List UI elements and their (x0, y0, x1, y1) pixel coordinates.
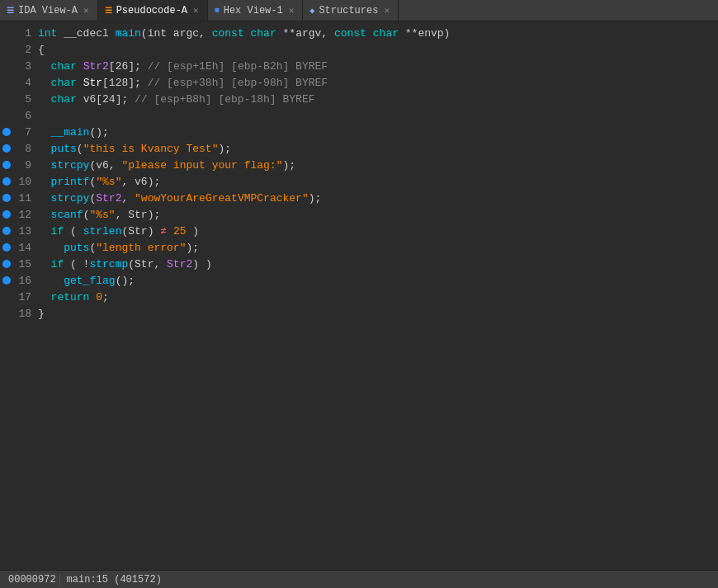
table-row[interactable]: 12 scanf("%s", Str); (0, 206, 718, 223)
line-content: } (38, 308, 710, 320)
breakpoint-dot[interactable] (0, 177, 13, 186)
line-content: { (38, 44, 710, 56)
line-content: if ( strlen(Str) ≠ 25 ) (38, 225, 710, 238)
table-row[interactable]: 13 if ( strlen(Str) ≠ 25 ) (0, 223, 718, 239)
table-row[interactable]: 6 (0, 107, 718, 124)
line-content: char v6[24]; // [esp+B8h] [ebp-18h] BYRE… (38, 93, 710, 106)
breakpoint-dot[interactable] (0, 276, 13, 285)
ida-view-icon: ☰ (7, 6, 14, 16)
table-row[interactable]: 10 printf("%s", v6); (0, 173, 718, 190)
line-number: 1 (13, 27, 38, 40)
line-number: 13 (13, 225, 38, 238)
table-row[interactable]: 8 puts("this is Kvancy Test"); (0, 140, 718, 157)
breakpoint-dot[interactable] (0, 144, 13, 153)
breakpoint-dot[interactable] (0, 210, 13, 219)
line-number: 7 (13, 126, 38, 139)
status-address: 00000972 (5, 574, 60, 586)
line-number: 17 (13, 291, 38, 303)
line-number: 8 (13, 143, 38, 155)
breakpoint-dot[interactable] (0, 161, 13, 169)
tab-structures-close[interactable]: ✕ (382, 5, 391, 16)
line-number: 10 (13, 176, 38, 188)
line-content (38, 110, 710, 122)
pseudocode-icon: ☰ (105, 6, 112, 16)
line-number: 15 (13, 258, 38, 270)
breakpoint-dot[interactable] (0, 194, 13, 202)
table-row[interactable]: 3 char Str2[26]; // [esp+1Eh] [ebp-B2h] … (0, 58, 718, 74)
line-content: if ( !strcmp(Str, Str2) ) (38, 258, 710, 270)
line-content: int __cdecl main(int argc, const char **… (38, 27, 710, 40)
line-number: 14 (13, 242, 38, 254)
breakpoint-dot[interactable] (0, 128, 13, 136)
tab-hex-view-close[interactable]: ✕ (287, 5, 296, 16)
line-number: 5 (13, 93, 38, 106)
line-number: 9 (13, 159, 38, 172)
table-row[interactable]: 4 char Str[128]; // [esp+38h] [ebp-98h] … (0, 74, 718, 91)
code-area-container: 1int __cdecl main(int argc, const char *… (0, 21, 718, 570)
line-content: return 0; (38, 291, 710, 303)
table-row[interactable]: 11 strcpy(Str2, "wowYourAreGreatVMPCrack… (0, 190, 718, 206)
line-content: __main(); (38, 126, 710, 139)
structures-icon: ◆ (309, 6, 314, 16)
tab-structures-label: Structures (319, 5, 378, 16)
line-number: 18 (13, 308, 38, 320)
line-number: 11 (13, 192, 38, 205)
table-row[interactable]: 14 puts("length error"); (0, 239, 718, 256)
line-content: strcpy(v6, "please input your flag:"); (38, 159, 710, 172)
line-content: strcpy(Str2, "wowYourAreGreatVMPCracker"… (38, 192, 710, 205)
table-row[interactable]: 9 strcpy(v6, "please input your flag:"); (0, 157, 718, 173)
line-number: 6 (13, 110, 38, 122)
line-number: 4 (13, 77, 38, 89)
tab-structures[interactable]: ◆ Structures ✕ (303, 0, 399, 21)
tab-ida-view-label: IDA View-A (18, 5, 78, 16)
table-row[interactable]: 7 __main(); (0, 124, 718, 140)
table-row[interactable]: 5 char v6[24]; // [esp+B8h] [ebp-18h] BY… (0, 91, 718, 107)
status-bar: 00000972 main:15 (401572) (0, 570, 718, 588)
line-content: printf("%s", v6); (38, 176, 710, 188)
line-number: 12 (13, 209, 38, 221)
table-row[interactable]: 15 if ( !strcmp(Str, Str2) ) (0, 256, 718, 272)
tab-ida-view-a[interactable]: ☰ IDA View-A ✕ (0, 0, 98, 21)
line-number: 2 (13, 44, 38, 56)
line-content: scanf("%s", Str); (38, 209, 710, 221)
table-row[interactable]: 1int __cdecl main(int argc, const char *… (0, 25, 718, 41)
table-row[interactable]: 16 get_flag(); (0, 272, 718, 289)
breakpoint-dot[interactable] (0, 260, 13, 268)
line-content: puts("this is Kvancy Test"); (38, 143, 710, 155)
tab-hex-view-1[interactable]: ■ Hex View-1 ✕ (208, 0, 304, 21)
line-content: char Str2[26]; // [esp+1Eh] [ebp-B2h] BY… (38, 60, 710, 73)
tab-ida-view-close[interactable]: ✕ (82, 5, 91, 16)
tab-hex-view-label: Hex View-1 (224, 5, 283, 16)
tab-pseudocode-a[interactable]: ☰ Pseudocode-A ✕ (98, 0, 208, 21)
tab-pseudocode-close[interactable]: ✕ (191, 5, 201, 16)
tab-bar: ☰ IDA View-A ✕ ☰ Pseudocode-A ✕ ■ Hex Vi… (0, 0, 718, 21)
line-content: puts("length error"); (38, 242, 710, 254)
status-location: main:15 (401572) (64, 574, 165, 586)
line-number: 16 (13, 275, 38, 287)
line-content: get_flag(); (38, 275, 710, 287)
breakpoint-dot[interactable] (0, 243, 13, 252)
table-row[interactable]: 17 return 0; (0, 289, 718, 305)
line-content: char Str[128]; // [esp+38h] [ebp-98h] BY… (38, 77, 710, 89)
line-number: 3 (13, 60, 38, 73)
code-area[interactable]: 1int __cdecl main(int argc, const char *… (0, 21, 718, 570)
breakpoint-dot[interactable] (0, 227, 13, 235)
hex-view-icon: ■ (215, 6, 220, 15)
table-row[interactable]: 18} (0, 305, 718, 322)
tab-pseudocode-label: Pseudocode-A (116, 5, 187, 16)
table-row[interactable]: 2{ (0, 41, 718, 58)
